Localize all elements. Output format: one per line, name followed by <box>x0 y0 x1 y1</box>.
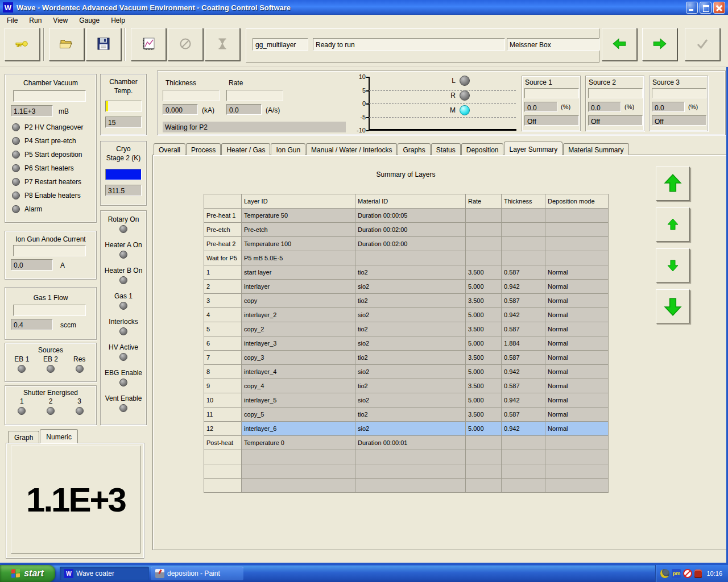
minimize-button[interactable] <box>686 2 698 14</box>
table-row[interactable] <box>204 450 609 464</box>
table-cell[interactable]: 5.000 <box>466 365 502 379</box>
table-cell[interactable]: Temperature 100 <box>242 237 355 251</box>
run-status-field[interactable]: Ready to run <box>313 38 505 51</box>
table-cell[interactable]: Normal <box>545 422 609 436</box>
table-cell[interactable]: Duration 00:02:00 <box>355 237 466 251</box>
table-cell[interactable] <box>502 209 545 223</box>
row-label-cell[interactable]: Pre-heat 2 <box>204 237 242 251</box>
table-cell[interactable] <box>545 450 609 464</box>
table-cell[interactable]: Normal <box>545 393 609 408</box>
table-cell[interactable]: Normal <box>545 365 609 379</box>
table-cell[interactable]: 0.942 <box>502 422 545 436</box>
tab-process[interactable]: Process <box>186 143 221 155</box>
table-cell[interactable]: tio2 <box>355 408 466 422</box>
menu-item-gauge[interactable]: Gauge <box>73 15 105 26</box>
table-cell[interactable] <box>545 251 609 265</box>
table-cell[interactable]: Temperature 0 <box>242 436 355 450</box>
table-cell[interactable]: 0.942 <box>502 280 545 294</box>
table-cell[interactable] <box>545 479 609 493</box>
row-label-cell[interactable] <box>204 479 242 493</box>
table-cell[interactable]: interlayer_3 <box>242 336 355 351</box>
table-row[interactable]: 9copy_4tio23.5000.587Normal <box>204 379 609 393</box>
table-cell[interactable]: tio2 <box>355 351 466 365</box>
tab-overall[interactable]: Overall <box>154 143 185 155</box>
start-button[interactable]: start <box>0 565 55 582</box>
move-down-button[interactable] <box>656 248 690 282</box>
table-cell[interactable] <box>466 464 502 479</box>
table-cell[interactable] <box>502 464 545 479</box>
table-cell[interactable]: tio2 <box>355 379 466 393</box>
tab-status[interactable]: Status <box>431 143 461 155</box>
table-cell[interactable]: Normal <box>545 408 609 422</box>
table-row[interactable] <box>204 479 609 493</box>
restore-button[interactable] <box>700 2 712 14</box>
move-up-button[interactable] <box>656 207 690 242</box>
table-cell[interactable]: 5.000 <box>466 336 502 351</box>
table-cell[interactable] <box>502 251 545 265</box>
table-cell[interactable]: 1.884 <box>502 336 545 351</box>
table-cell[interactable] <box>502 450 545 464</box>
table-cell[interactable]: tio2 <box>355 322 466 336</box>
move-top-button[interactable] <box>656 167 690 201</box>
table-cell[interactable] <box>545 209 609 223</box>
table-cell[interactable] <box>242 479 355 493</box>
blocked-icon[interactable] <box>683 569 692 578</box>
table-cell[interactable]: 5.000 <box>466 280 502 294</box>
row-label-cell[interactable]: 4 <box>204 308 242 322</box>
row-label-cell[interactable]: Pre-heat 1 <box>204 209 242 223</box>
table-cell[interactable]: 0.942 <box>502 365 545 379</box>
table-cell[interactable]: 5.000 <box>466 393 502 408</box>
table-cell[interactable]: 3.500 <box>466 408 502 422</box>
table-cell[interactable]: sio2 <box>355 365 466 379</box>
table-cell[interactable]: 0.587 <box>502 322 545 336</box>
menu-item-run[interactable]: Run <box>23 15 47 26</box>
menu-item-file[interactable]: File <box>1 15 23 26</box>
row-label-cell[interactable] <box>204 450 242 464</box>
table-cell[interactable]: Duration 00:00:01 <box>355 436 466 450</box>
table-row[interactable]: Wait for P5P5 mB 5.0E-5 <box>204 251 609 265</box>
table-cell[interactable]: Normal <box>545 294 609 308</box>
table-cell[interactable] <box>466 237 502 251</box>
task-wave-coater[interactable]: W Wave coater <box>60 567 149 580</box>
table-cell[interactable]: 5.000 <box>466 422 502 436</box>
move-bottom-button[interactable] <box>656 289 690 323</box>
table-cell[interactable] <box>466 436 502 450</box>
step-back-button[interactable] <box>602 28 637 61</box>
menu-item-help[interactable]: Help <box>105 15 131 26</box>
table-cell[interactable] <box>355 479 466 493</box>
row-label-cell[interactable]: Wait for P5 <box>204 251 242 265</box>
table-cell[interactable] <box>466 223 502 237</box>
row-label-cell[interactable]: Post-heat <box>204 436 242 450</box>
table-cell[interactable]: copy_5 <box>242 408 355 422</box>
table-cell[interactable] <box>466 209 502 223</box>
table-cell[interactable]: copy_3 <box>242 351 355 365</box>
table-cell[interactable]: 3.500 <box>466 379 502 393</box>
table-cell[interactable]: 3.500 <box>466 294 502 308</box>
table-cell[interactable] <box>502 237 545 251</box>
table-cell[interactable] <box>545 223 609 237</box>
box-field[interactable]: Meissner Box <box>507 38 599 51</box>
tab-ion-gun[interactable]: Ion Gun <box>271 143 305 155</box>
connect-button[interactable] <box>5 28 40 61</box>
display-tab-numeric[interactable]: Numeric <box>40 429 78 443</box>
menu-item-view[interactable]: View <box>47 15 73 26</box>
row-label-cell[interactable]: Pre-etch <box>204 223 242 237</box>
table-cell[interactable]: Normal <box>545 322 609 336</box>
table-row[interactable]: Pre-etchPre-etchDuration 00:02:00 <box>204 223 609 237</box>
table-row[interactable]: 4interlayer_2sio25.0000.942Normal <box>204 308 609 322</box>
table-cell[interactable]: Duration 00:02:00 <box>355 223 466 237</box>
tab-graphs[interactable]: Graphs <box>398 143 430 155</box>
table-row[interactable]: 11copy_5tio23.5000.587Normal <box>204 408 609 422</box>
table-row[interactable]: 3copytio23.5000.587Normal <box>204 294 609 308</box>
row-label-cell[interactable]: 2 <box>204 280 242 294</box>
table-row[interactable]: Pre-heat 2Temperature 100Duration 00:02:… <box>204 237 609 251</box>
table-cell[interactable] <box>502 479 545 493</box>
table-row[interactable] <box>204 464 609 479</box>
table-cell[interactable] <box>502 223 545 237</box>
table-cell[interactable]: 0.587 <box>502 408 545 422</box>
table-cell[interactable]: interlayer_6 <box>242 422 355 436</box>
tab-manual-water-interlocks[interactable]: Manual / Water / Interlocks <box>306 143 397 155</box>
table-cell[interactable]: P5 mB 5.0E-5 <box>242 251 355 265</box>
tab-heater-gas[interactable]: Heater / Gas <box>221 143 270 155</box>
save-button[interactable] <box>86 28 121 61</box>
